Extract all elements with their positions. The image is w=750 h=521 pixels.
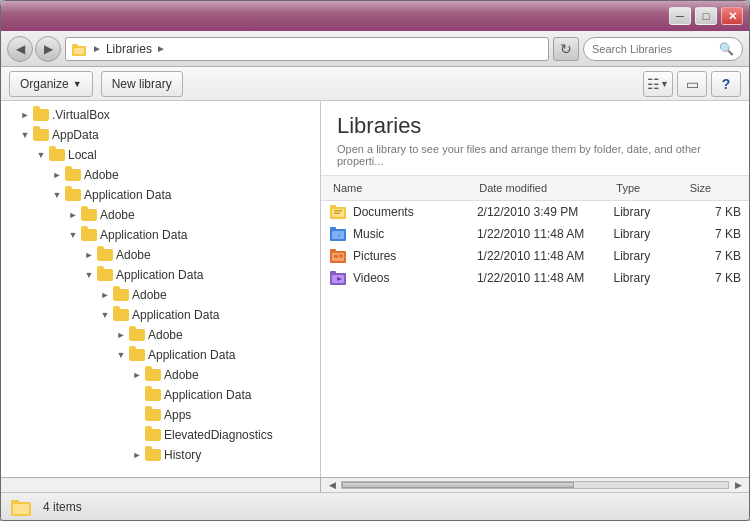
toggle-adobe-8[interactable]: ► xyxy=(129,367,145,383)
label-appdata: AppData xyxy=(52,128,99,142)
toggle-virtualbox[interactable]: ► xyxy=(17,107,33,123)
tree-item-adobe-7[interactable]: ► Adobe xyxy=(1,325,320,345)
label-adobe-5: Adobe xyxy=(116,248,151,262)
tree-item-apps-8[interactable]: ► Apps xyxy=(1,405,320,425)
forward-button[interactable]: ▶ xyxy=(35,36,61,62)
maximize-button[interactable]: □ xyxy=(695,7,717,25)
folder-icon-adobe-6 xyxy=(113,287,129,303)
file-type-music: Library xyxy=(614,227,687,241)
view-grid-icon: ☷ xyxy=(647,76,660,92)
label-adobe-8: Adobe xyxy=(164,368,199,382)
content-title: Libraries xyxy=(337,113,733,139)
path-separator: ► xyxy=(92,43,102,54)
file-item-documents[interactable]: Documents 2/12/2010 3:49 PM Library 7 KB xyxy=(321,201,749,223)
svg-rect-15 xyxy=(334,255,338,258)
content-subtitle: Open a library to see your files and arr… xyxy=(337,143,733,167)
tree-item-appdata-3[interactable]: ▼ Application Data xyxy=(1,185,320,205)
close-button[interactable]: ✕ xyxy=(721,7,743,25)
tree-item-adobe-4[interactable]: ► Adobe xyxy=(1,205,320,225)
tree-item-adobe-5[interactable]: ► Adobe xyxy=(1,245,320,265)
toggle-apps-8-empty: ► xyxy=(129,407,145,423)
main-window: ─ □ ✕ ◀ ▶ ► Libraries ► ↻ 🔍 Organ xyxy=(0,0,750,521)
tree-item-elevated-8[interactable]: ► ElevatedDiagnostics xyxy=(1,425,320,445)
pane-icon: ▭ xyxy=(686,76,699,92)
toggle-appdata-5[interactable]: ▼ xyxy=(81,267,97,283)
folder-icon-adobe-4 xyxy=(81,207,97,223)
file-size-music: 7 KB xyxy=(686,227,741,241)
label-adobe-3: Adobe xyxy=(84,168,119,182)
address-path-bar[interactable]: ► Libraries ► xyxy=(65,37,549,61)
tree-item-appdata[interactable]: ▼ AppData xyxy=(1,125,320,145)
col-header-name[interactable]: Name xyxy=(329,180,475,196)
column-headers: Name Date modified Type Size xyxy=(321,176,749,201)
col-header-date[interactable]: Date modified xyxy=(475,180,612,196)
organize-button[interactable]: Organize ▼ xyxy=(9,71,93,97)
svg-rect-1 xyxy=(72,44,78,47)
toggle-appdata-6[interactable]: ▼ xyxy=(97,307,113,323)
folder-icon-appdata-7 xyxy=(129,347,145,363)
toggle-adobe-6[interactable]: ► xyxy=(97,287,113,303)
file-item-pictures[interactable]: Pictures 1/22/2010 11:48 AM Library 7 KB xyxy=(321,245,749,267)
toolbar: Organize ▼ New library ☷ ▼ ▭ ? xyxy=(1,67,749,101)
label-history-8: History xyxy=(164,448,201,462)
address-bar: ◀ ▶ ► Libraries ► ↻ 🔍 xyxy=(1,31,749,67)
label-adobe-7: Adobe xyxy=(148,328,183,342)
scrollbar-area: ◀ ▶ xyxy=(1,477,749,492)
title-bar: ─ □ ✕ xyxy=(1,1,749,31)
tree-item-appdata-5[interactable]: ▼ Application Data xyxy=(1,265,320,285)
toggle-adobe-7[interactable]: ► xyxy=(113,327,129,343)
folder-icon-adobe-3 xyxy=(65,167,81,183)
tree-item-adobe-6[interactable]: ► Adobe xyxy=(1,285,320,305)
toggle-appdata-7[interactable]: ▼ xyxy=(113,347,129,363)
file-item-music[interactable]: ♪ Music 1/22/2010 11:48 AM Library 7 KB xyxy=(321,223,749,245)
tree-scroll[interactable]: ► .VirtualBox ▼ AppData ▼ Local xyxy=(1,101,320,477)
tree-item-virtualbox[interactable]: ► .VirtualBox xyxy=(1,105,320,125)
file-name-videos: Videos xyxy=(353,271,477,285)
file-icon-music: ♪ xyxy=(329,226,349,242)
help-button[interactable]: ? xyxy=(711,71,741,97)
new-library-label: New library xyxy=(112,77,172,91)
preview-pane-button[interactable]: ▭ xyxy=(677,71,707,97)
window-controls: ─ □ ✕ xyxy=(669,7,743,25)
back-button[interactable]: ◀ xyxy=(7,36,33,62)
hscroll-right-arrow[interactable]: ▶ xyxy=(731,478,745,492)
svg-rect-7 xyxy=(334,213,340,215)
toggle-adobe-3[interactable]: ► xyxy=(49,167,65,183)
toggle-adobe-4[interactable]: ► xyxy=(65,207,81,223)
refresh-button[interactable]: ↻ xyxy=(553,37,579,61)
hscroll-thumb[interactable] xyxy=(342,482,574,488)
toolbar-right: ☷ ▼ ▭ ? xyxy=(643,71,741,97)
content-hscroll[interactable]: ◀ ▶ xyxy=(321,478,749,492)
search-input[interactable] xyxy=(592,43,715,55)
nav-buttons: ◀ ▶ xyxy=(7,36,61,62)
tree-item-history-8[interactable]: ► History xyxy=(1,445,320,465)
folder-icon-appdata-5 xyxy=(97,267,113,283)
tree-item-appdata-7[interactable]: ▼ Application Data xyxy=(1,345,320,365)
toggle-appdata[interactable]: ▼ xyxy=(17,127,33,143)
hscroll-track[interactable] xyxy=(341,481,729,489)
tree-item-appdata-8[interactable]: ► Application Data xyxy=(1,385,320,405)
file-item-videos[interactable]: Videos 1/22/2010 11:48 AM Library 7 KB xyxy=(321,267,749,289)
toggle-history-8[interactable]: ► xyxy=(129,447,145,463)
file-size-videos: 7 KB xyxy=(686,271,741,285)
file-date-videos: 1/22/2010 11:48 AM xyxy=(477,271,614,285)
tree-item-local[interactable]: ▼ Local xyxy=(1,145,320,165)
toggle-adobe-5[interactable]: ► xyxy=(81,247,97,263)
tree-scroll-bottom xyxy=(1,478,321,492)
col-header-type[interactable]: Type xyxy=(612,180,685,196)
toggle-appdata-4[interactable]: ▼ xyxy=(65,227,81,243)
folder-icon-adobe-5 xyxy=(97,247,113,263)
search-box[interactable]: 🔍 xyxy=(583,37,743,61)
tree-item-appdata-6[interactable]: ▼ Application Data xyxy=(1,305,320,325)
minimize-button[interactable]: ─ xyxy=(669,7,691,25)
toggle-appdata-3[interactable]: ▼ xyxy=(49,187,65,203)
hscroll-left-arrow[interactable]: ◀ xyxy=(325,478,339,492)
tree-item-adobe-8[interactable]: ► Adobe xyxy=(1,365,320,385)
tree-item-appdata-4[interactable]: ▼ Application Data xyxy=(1,225,320,245)
view-options-button[interactable]: ☷ ▼ xyxy=(643,71,673,97)
label-appdata-6: Application Data xyxy=(132,308,219,322)
new-library-button[interactable]: New library xyxy=(101,71,183,97)
tree-item-adobe-3[interactable]: ► Adobe xyxy=(1,165,320,185)
col-header-size[interactable]: Size xyxy=(686,180,741,196)
toggle-local[interactable]: ▼ xyxy=(33,147,49,163)
